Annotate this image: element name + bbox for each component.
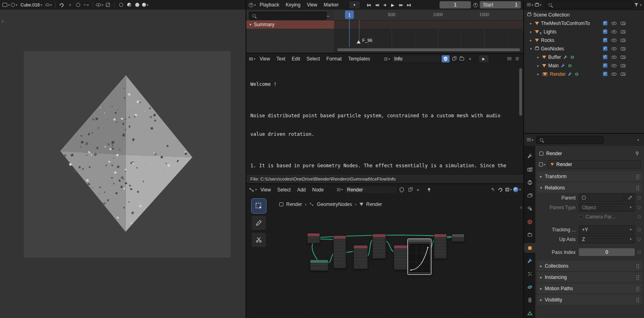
checkbox-icon[interactable] [603,21,607,25]
word-wrap-toggle[interactable] [514,55,521,62]
tab-particles[interactable] [524,269,535,279]
camera-icon[interactable] [621,47,625,50]
menu-view[interactable]: View [257,55,273,62]
prev-keyframe-button[interactable]: ◀◀ [373,1,380,8]
pass-index-field[interactable]: 0 [579,248,635,256]
snap-toggle[interactable] [497,186,504,193]
region-expand-arrow[interactable]: › [2,18,4,24]
drag-handle-icon[interactable] [636,297,639,302]
editor-type-button[interactable]: ▾ [249,186,257,193]
menu-edit[interactable]: Edit [289,55,303,62]
disclosure-icon[interactable]: ▸ [536,55,540,59]
curve-widget[interactable] [410,244,429,272]
disclosure-icon[interactable]: ▸ [529,38,533,42]
text-datablock-dropdown[interactable]: ▾ [384,55,391,62]
menu-marker[interactable]: Marker [321,1,341,8]
auto-keying-button[interactable]: ● [349,1,360,9]
menu-view[interactable]: View [258,186,274,193]
tab-object-active[interactable] [524,243,535,252]
object-id-dropdown[interactable]: ▾ [539,161,546,168]
menu-select[interactable]: Select [275,186,293,193]
node[interactable] [434,234,447,259]
disclosure-icon[interactable]: ▸ [529,30,533,34]
properties-options-dropdown[interactable]: ▾ [634,136,642,143]
up-axis-dropdown[interactable]: Z▾ [579,235,635,243]
nodetree-name-field[interactable]: Render [344,186,397,194]
node-group-output[interactable] [452,234,464,242]
eye-icon[interactable] [611,39,617,42]
play-button[interactable]: ▶ [389,1,396,8]
menu-view[interactable]: View [304,1,320,8]
new-nodetree-button[interactable] [406,186,413,193]
panel-motion-paths[interactable]: ▸ Motion Paths [537,283,642,293]
node[interactable] [307,233,320,243]
new-text-button[interactable] [450,55,458,62]
text-editor-content[interactable]: Welcome ! Noise distributed point based … [246,64,523,175]
tab-modifiers[interactable] [524,256,535,266]
tab-view-layer[interactable] [524,191,535,200]
expand-search-button[interactable]: ↔ [324,12,332,19]
outliner-row-geonodes[interactable]: ▾ GeoNodes [524,44,644,53]
disclosure-icon[interactable]: ▸ [536,72,540,76]
panel-relations[interactable]: ▾ Relations [537,183,642,193]
decorator-dot[interactable] [638,206,641,209]
object-selector[interactable]: Cube.018▾ [19,1,44,8]
eye-icon[interactable] [611,56,617,59]
pin-toggle[interactable] [425,186,433,193]
play-reverse-button[interactable]: ◀ [381,1,388,8]
text-datablock-name-field[interactable]: Info [392,55,441,63]
line-numbers-toggle[interactable] [506,55,513,62]
checkbox-icon[interactable] [603,72,607,76]
outliner-search-input[interactable] [545,1,633,9]
visibility-dropdown[interactable]: ▾ [96,1,103,8]
marker-triangle-icon[interactable] [357,40,361,44]
text-editor-vscrollbar[interactable] [519,68,522,116]
viewport-canvas[interactable]: › [0,10,246,318]
tracking-axis-dropdown[interactable]: +Y▾ [579,225,635,234]
fake-user-shield-toggle[interactable] [398,186,405,193]
editor-type-button[interactable]: ▾ [249,1,256,8]
object-name-field[interactable]: Render [547,160,641,168]
parent-tree-button[interactable]: ↰ [489,186,496,193]
tab-world[interactable] [524,217,535,226]
decorator-dot[interactable] [638,228,641,231]
current-frame-field[interactable]: 1 [440,1,471,8]
shading-wireframe-button[interactable] [118,1,125,8]
outliner-row-scene-collection[interactable]: Scene Collection [524,10,644,19]
node[interactable] [372,234,386,259]
checkbox-icon[interactable] [579,215,583,219]
tab-collection[interactable] [524,230,535,239]
drag-handle-icon[interactable] [636,174,639,179]
playhead-handle[interactable]: 1 [345,10,354,19]
open-text-button[interactable] [458,55,466,62]
checkbox-icon[interactable] [603,29,607,34]
panel-collections[interactable]: ▸ Collections [537,261,642,271]
xray-toggle[interactable] [104,1,111,8]
checkbox-icon[interactable] [603,55,607,59]
outliner-row-buffer[interactable]: ▸ Buffer [524,53,644,61]
camera-icon[interactable] [621,56,625,59]
snap-dropdown[interactable]: ▾ [66,1,74,8]
drag-handle-icon[interactable] [636,263,639,268]
use-preview-range-button[interactable] [472,1,479,8]
disclosure-icon[interactable]: ▸ [529,21,533,25]
timeline-ruler[interactable]: 500 1000 1500 [334,10,523,21]
outliner-row-main[interactable]: ▸ Main [524,61,644,70]
disclosure-icon[interactable]: ▸ [536,64,540,68]
camera-icon[interactable] [621,64,625,67]
menu-add[interactable]: Add [294,186,308,193]
editor-type-button[interactable]: ▾ [249,55,256,62]
menu-select[interactable]: Select [304,55,323,62]
drag-handle-icon[interactable] [636,274,639,280]
shading-rendered-button[interactable]: ▾ [142,1,149,8]
timeline-hscrollbar[interactable] [337,48,520,51]
drag-handle-icon[interactable] [636,185,639,190]
node[interactable] [310,260,328,271]
disclosure-icon[interactable]: ▾ [529,47,533,51]
menu-templates[interactable]: Templates [345,55,373,62]
menu-format[interactable]: Format [324,55,345,62]
camera-icon[interactable] [621,30,625,33]
panel-instancing[interactable]: ▸ Instancing [537,272,642,282]
eye-icon[interactable] [611,64,617,67]
editor-type-button[interactable]: ▾ [2,1,10,8]
